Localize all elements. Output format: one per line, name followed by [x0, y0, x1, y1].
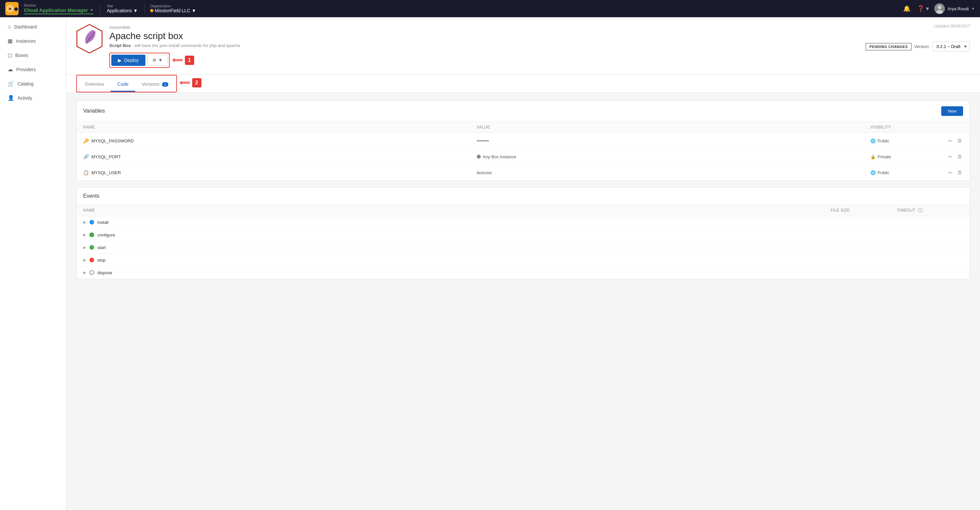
var-value-mysql-user: testuser	[477, 170, 870, 175]
topnav-right: 🔔 ❓ ▾ Arya Roudi ▼	[902, 3, 975, 14]
org-name[interactable]: MissionField LLC ▼	[150, 8, 196, 13]
app-header-right: Updated 06/06/2017 PENDING CHANGES Versi…	[866, 24, 970, 51]
expand-dispose-icon[interactable]: ▶	[83, 270, 86, 275]
expand-stop-icon[interactable]: ▶	[83, 257, 86, 262]
var-actions-mysql-port: ✏ 🗑	[937, 153, 963, 160]
action-bar: ▶ Deploy ⚙ ▼ ⟸	[109, 52, 240, 68]
org-dropdown-arrow: ▼	[191, 8, 196, 13]
globe-icon: 🌐	[870, 138, 876, 143]
box-icon: ◻	[8, 52, 12, 58]
annotation-2-group: ⟸ 2	[180, 78, 201, 87]
var-vis-mysql-user: 🌐 Public	[870, 170, 937, 175]
event-name-install: ▶ install	[83, 220, 830, 225]
help-button[interactable]: ❓ ▾	[916, 4, 930, 14]
home-icon: ⌂	[8, 24, 11, 30]
event-row-dispose: ▶ dispose	[76, 267, 970, 279]
sidebar-item-dashboard[interactable]: ⌂ Dashboard	[0, 20, 66, 34]
content-area: Variables New Name Value Visibility 🔑 MY…	[66, 93, 980, 294]
variables-title: Variables	[83, 108, 105, 114]
tab-versions[interactable]: Versions 1	[135, 77, 175, 92]
app-layout: ⌂ Dashboard ▦ Instances ◻ Boxes ☁ Provid…	[0, 17, 980, 510]
svg-point-4	[938, 5, 942, 9]
var-col-visibility: Visibility	[870, 125, 937, 129]
annotation-badge-2: 2	[192, 78, 201, 87]
org-dot-icon	[150, 9, 153, 12]
event-col-timeout: Timeout i	[897, 208, 963, 213]
expand-configure-icon[interactable]: ▶	[83, 232, 86, 237]
event-row-stop: ▶ stop	[76, 254, 970, 267]
org-label: Organization	[150, 4, 196, 8]
delete-mysql-user-button[interactable]: 🗑	[956, 169, 963, 176]
settings-button[interactable]: ⚙ ▼	[148, 55, 168, 65]
deploy-button[interactable]: ▶ Deploy	[111, 55, 145, 66]
user-menu[interactable]: Arya Roudi ▼	[934, 3, 975, 14]
app-description: Script Box · will have the yum install c…	[109, 43, 240, 48]
events-title: Events	[83, 193, 99, 199]
new-variable-button[interactable]: New	[941, 106, 963, 116]
var-value-mysql-password: ••••••••	[477, 138, 870, 143]
events-table-header: Name File Size Timeout i	[76, 205, 970, 216]
tab-overview[interactable]: Overview	[78, 77, 111, 92]
service-name[interactable]: Cloud Application Manager ▼	[24, 7, 94, 14]
tab-code[interactable]: Code	[111, 77, 135, 92]
sidebar-item-catalog[interactable]: 🛒 Catalog	[0, 76, 66, 91]
site-section: Site Applications ▼	[106, 4, 145, 13]
var-name-mysql-user: 📋 MYSQL_USER	[83, 170, 477, 175]
app-name: Apache script box	[109, 30, 240, 42]
notifications-button[interactable]: 🔔	[902, 4, 912, 14]
site-label: Site	[107, 4, 138, 8]
service-section: Service Cloud Application Manager ▼	[24, 3, 100, 14]
cloud-icon: ☁	[8, 66, 13, 73]
delete-mysql-port-button[interactable]: 🗑	[956, 153, 963, 160]
configure-dot-icon	[89, 232, 94, 237]
sidebar-item-activity[interactable]: 👤 Activity	[0, 91, 66, 105]
username: Arya Roudi	[948, 6, 969, 11]
service-label: Service	[24, 3, 94, 7]
service-dropdown-arrow: ▼	[90, 8, 94, 12]
edit-mysql-port-button[interactable]: ✏	[948, 153, 953, 160]
var-actions-mysql-password: ✏ 🗑	[937, 137, 963, 145]
expand-start-icon[interactable]: ▶	[83, 245, 86, 250]
event-name-dispose: ▶ dispose	[83, 270, 830, 275]
globe-icon-2: 🌐	[870, 170, 876, 175]
event-name-stop: ▶ stop	[83, 257, 830, 263]
tabs-section: Overview Code Versions 1 ⟸ 2	[66, 75, 980, 93]
events-header: Events	[76, 188, 970, 205]
event-row-configure: ▶ configure	[76, 229, 970, 241]
expand-install-icon[interactable]: ▶	[83, 220, 86, 224]
version-dropdown[interactable]: 0.2.1 ~ Draft	[932, 42, 970, 51]
link-icon: 🔗	[83, 154, 89, 159]
table-row: 📋 MYSQL_USER testuser 🌐 Public ✏ 🗑	[76, 165, 970, 181]
event-name-configure: ▶ configure	[83, 232, 830, 237]
logo[interactable]: ◆ ◆	[5, 2, 19, 15]
event-col-filesize: File Size	[830, 208, 897, 213]
var-vis-mysql-password: 🌐 Public	[870, 138, 937, 143]
versions-badge: 1	[162, 82, 168, 87]
var-value-mysql-port: Any Box Instance	[477, 154, 870, 159]
site-dropdown-arrow: ▼	[133, 8, 138, 13]
sidebar: ⌂ Dashboard ▦ Instances ◻ Boxes ☁ Provid…	[0, 17, 66, 510]
table-row: 🔑 MYSQL_PASSWORD •••••••• 🌐 Public ✏ 🗑	[76, 133, 970, 149]
variables-table-header: Name Value Visibility	[76, 122, 970, 133]
edit-mysql-user-button[interactable]: ✏	[948, 169, 953, 176]
sidebar-item-boxes[interactable]: ◻ Boxes	[0, 48, 66, 62]
events-section: Events Name File Size Timeout i ▶ instal	[76, 187, 970, 279]
person-icon: 👤	[8, 95, 14, 101]
sidebar-item-instances[interactable]: ▦ Instances	[0, 34, 66, 48]
version-bar: PENDING CHANGES Version: 0.2.1 ~ Draft	[866, 42, 970, 51]
box-instance-dot	[477, 155, 481, 159]
sidebar-item-providers[interactable]: ☁ Providers	[0, 62, 66, 76]
stop-dot-icon	[89, 257, 94, 262]
svg-text:◆: ◆	[9, 7, 11, 10]
timeout-info-icon: i	[918, 208, 923, 213]
updated-timestamp: Updated 06/06/2017	[866, 24, 970, 29]
edit-mysql-password-button[interactable]: ✏	[948, 137, 953, 145]
event-row-start: ▶ start	[76, 241, 970, 254]
annotation-badge-1: 1	[185, 56, 194, 65]
site-name[interactable]: Applications ▼	[107, 8, 138, 13]
key-icon: 🔑	[83, 138, 89, 143]
settings-dropdown-arrow: ▼	[158, 58, 163, 63]
var-name-mysql-port: 🔗 MYSQL_PORT	[83, 154, 477, 159]
layers-icon: ▦	[8, 38, 13, 44]
delete-mysql-password-button[interactable]: 🗑	[956, 137, 963, 145]
